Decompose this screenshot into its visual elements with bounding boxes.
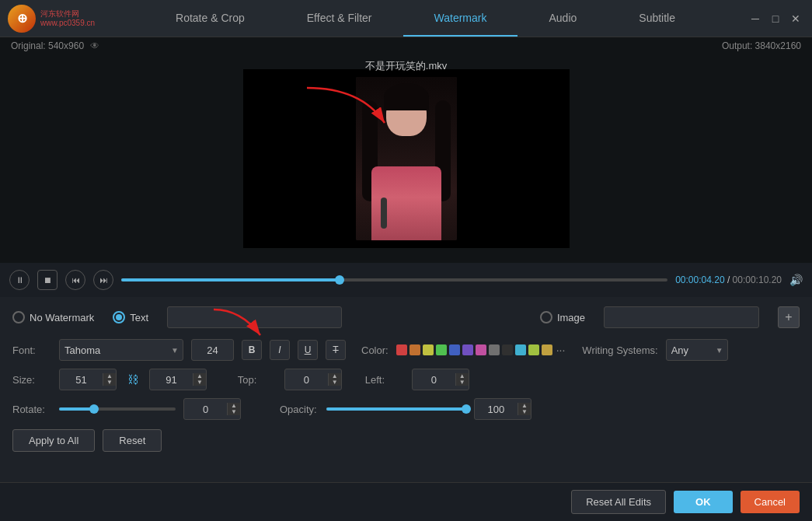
text-radio[interactable] <box>113 311 125 323</box>
image-radio[interactable] <box>540 311 552 323</box>
opacity-fill <box>326 407 466 411</box>
image-input[interactable] <box>604 306 759 328</box>
no-watermark-label: No Watermark <box>30 312 94 323</box>
rotate-input[interactable] <box>184 404 227 415</box>
color-swatch-7[interactable] <box>489 344 500 355</box>
opacity-value-group: ▲ ▼ <box>474 398 531 420</box>
size-width-input[interactable] <box>60 374 103 386</box>
opacity-input[interactable] <box>475 404 518 415</box>
color-swatch-6[interactable] <box>476 344 486 355</box>
maximize-button[interactable]: □ <box>768 12 782 26</box>
watermark-type-row: No Watermark Text Image <box>12 306 800 328</box>
nav-tabs: Rotate & Crop Effect & Filter Watermark … <box>103 0 748 37</box>
filename-bar: 不是开玩笑的.mkv <box>0 59 812 73</box>
volume-icon[interactable]: 🔊 <box>789 274 803 286</box>
size-width-down[interactable]: ▼ <box>103 379 116 386</box>
cancel-button[interactable]: Cancel <box>741 491 800 513</box>
color-swatch-11[interactable] <box>542 344 552 355</box>
color-swatch-4[interactable] <box>449 344 460 355</box>
video-area: Original: 540x960 👁 Output: 3840x2160 不是… <box>0 37 812 263</box>
progress-track[interactable] <box>121 278 667 281</box>
rotate-label: Rotate: <box>12 404 51 415</box>
size-height-down[interactable]: ▼ <box>193 379 206 386</box>
top-spinners: ▲ ▼ <box>328 373 341 386</box>
writing-systems-label: Writing Systems: <box>582 344 657 356</box>
italic-button[interactable]: I <box>270 340 290 360</box>
logo-area: ⊕ 河东软件网 www.pc0359.cn <box>0 5 103 33</box>
reset-button[interactable]: Reset <box>103 429 162 452</box>
strikethrough-button[interactable]: T <box>326 340 346 360</box>
color-swatch-10[interactable] <box>528 344 539 355</box>
left-down[interactable]: ▼ <box>456 379 469 386</box>
writing-systems-select[interactable]: Any Latin Chinese <box>666 339 728 361</box>
play-pause-button[interactable]: ⏸ <box>9 270 30 290</box>
left-group: ▲ ▼ <box>412 369 469 390</box>
image-option[interactable]: Image <box>540 311 585 323</box>
color-swatch-9[interactable] <box>515 344 526 355</box>
bottom-bar: Reset All Edits OK Cancel <box>0 482 812 521</box>
underline-button[interactable]: U <box>298 340 318 360</box>
next-button[interactable]: ⏭ <box>93 270 113 290</box>
no-watermark-option[interactable]: No Watermark <box>12 311 94 323</box>
rotate-thumb <box>89 404 99 414</box>
size-height-group: ▲ ▼ <box>149 369 207 390</box>
video-frame <box>243 69 570 248</box>
color-swatch-1[interactable] <box>409 344 420 355</box>
rotate-down[interactable]: ▼ <box>228 409 240 415</box>
size-width-spinners: ▲ ▼ <box>103 373 116 386</box>
opacity-down[interactable]: ▼ <box>518 409 531 415</box>
reset-all-edits-button[interactable]: Reset All Edits <box>571 490 666 514</box>
rotate-slider[interactable] <box>59 407 176 411</box>
color-swatch-2[interactable] <box>423 344 434 355</box>
tab-subtitle[interactable]: Subtitle <box>608 0 706 37</box>
top-down[interactable]: ▼ <box>329 379 341 386</box>
image-label: Image <box>557 312 585 323</box>
tab-watermark[interactable]: Watermark <box>403 0 518 37</box>
no-watermark-radio[interactable] <box>12 311 25 323</box>
minimize-button[interactable]: ─ <box>748 12 762 26</box>
left-input[interactable] <box>413 374 455 386</box>
apply-to-all-button[interactable]: Apply to All <box>12 429 95 452</box>
color-label: Color: <box>361 344 389 356</box>
time-total: 00:00:10.20 <box>733 274 782 285</box>
text-option[interactable]: Text <box>113 311 148 323</box>
tab-audio[interactable]: Audio <box>518 0 608 37</box>
close-button[interactable]: ✕ <box>789 12 803 26</box>
prev-button[interactable]: ⏮ <box>65 270 85 290</box>
progress-fill <box>121 278 340 281</box>
bold-button[interactable]: B <box>242 340 262 360</box>
tab-rotate-crop[interactable]: Rotate & Crop <box>145 0 276 37</box>
original-info: Original: 540x960 👁 <box>11 40 99 51</box>
stop-button[interactable]: ⏹ <box>37 270 58 290</box>
logo-icon: ⊕ <box>8 5 36 33</box>
ok-button[interactable]: OK <box>674 491 733 513</box>
font-label: Font: <box>12 344 51 356</box>
action-buttons: Apply to All Reset <box>12 429 800 452</box>
opacity-slider[interactable] <box>326 407 466 411</box>
eye-icon[interactable]: 👁 <box>90 40 99 51</box>
video-canvas <box>0 54 812 263</box>
font-size-input[interactable] <box>191 339 234 361</box>
add-image-button[interactable]: + <box>778 306 800 328</box>
color-swatch-5[interactable] <box>462 344 473 355</box>
top-group: ▲ ▼ <box>284 369 342 390</box>
logo-text: 河东软件网 www.pc0359.cn <box>40 9 95 28</box>
color-swatch-3[interactable] <box>436 344 447 355</box>
opacity-thumb <box>462 404 471 414</box>
font-select[interactable]: Tahoma Arial Times New Roman <box>59 339 183 361</box>
color-swatch-8[interactable] <box>502 344 513 355</box>
progress-thumb <box>335 275 344 285</box>
more-colors-button[interactable]: ··· <box>556 344 566 356</box>
output-resolution: Output: 3840x2160 <box>722 40 801 51</box>
rotate-opacity-row: Rotate: ▲ ▼ Opacity: ▲ ▼ <box>12 398 800 420</box>
color-swatch-0[interactable] <box>396 344 407 355</box>
link-icon[interactable]: ⛓ <box>127 373 138 386</box>
font-row: Font: Tahoma Arial Times New Roman ▼ B I… <box>12 339 800 361</box>
text-input[interactable] <box>167 306 342 328</box>
text-label: Text <box>130 312 148 323</box>
text-radio-dot <box>116 314 122 320</box>
tab-effect-filter[interactable]: Effect & Filter <box>276 0 403 37</box>
size-height-input[interactable] <box>150 374 193 386</box>
top-input[interactable] <box>285 374 328 386</box>
opacity-label: Opacity: <box>280 404 319 415</box>
